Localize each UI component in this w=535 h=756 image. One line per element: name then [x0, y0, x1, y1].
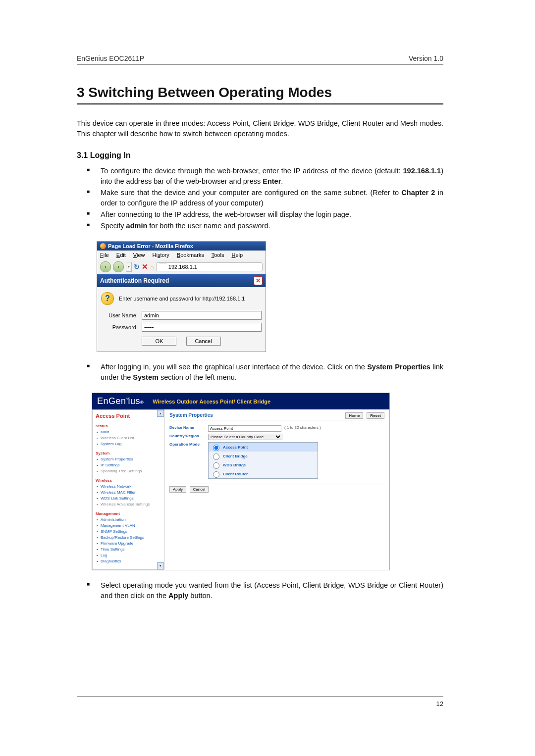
username-label: User Name: [101, 312, 138, 318]
firefox-toolbar: ‹ › ▾ ↻ ✕ ⌂ 192.168.1.1 [97, 259, 266, 274]
sidebar-item-wds-link-settings[interactable]: WDS Link Settings [96, 496, 161, 502]
auth-message: ? Enter username and password for http:/… [101, 292, 262, 305]
bullet-after-login: After logging in, you will see the graph… [87, 362, 443, 383]
page-header: EnGenius EOC2611P Version 1.0 [77, 54, 443, 65]
username-input[interactable] [142, 311, 262, 320]
sidebar-item-spanning-tree[interactable]: Spanning Tree Settings [96, 468, 161, 474]
reload-icon[interactable]: ↻ [134, 263, 140, 271]
sidebar-item-snmp-settings[interactable]: SNMP Settings [96, 529, 161, 535]
sidebar-section-system: System [96, 451, 161, 455]
country-select[interactable]: Please Select a Country Code [208, 434, 282, 440]
reset-button[interactable]: Reset [367, 412, 384, 419]
bullet-config: To configure the device through the web-… [87, 166, 443, 187]
page-number: 12 [436, 700, 443, 707]
opmode-wds-bridge[interactable]: WDS Bridge [209, 460, 318, 469]
sidebar-section-management: Management [96, 511, 161, 516]
nav-dropdown[interactable]: ▾ [126, 262, 132, 272]
password-input[interactable] [142, 323, 262, 332]
sidebar-item-diagnostics[interactable]: Diagnostics [96, 558, 161, 564]
opmode-radio-cr[interactable] [213, 471, 219, 478]
sidebar-item-wireless-client-list[interactable]: Wireless Client List [96, 435, 161, 441]
sidebar-item-wireless-mac-filter[interactable]: Wireless MAC Filter [96, 490, 161, 496]
menu-history[interactable]: History [153, 252, 169, 258]
header-left: EnGenius EOC2611P [77, 54, 144, 62]
firefox-icon [100, 243, 106, 249]
opmode-options: Access Point Client Bridge WDS Bridge Cl… [208, 442, 318, 479]
device-name-label: Device Name [169, 425, 208, 430]
menu-view[interactable]: View [133, 252, 145, 258]
sidebar-item-wireless-network[interactable]: Wireless Network [96, 484, 161, 490]
cancel-button-eg[interactable]: Cancel [190, 486, 209, 493]
admin-ui: EnGen༄ius® Wireless Outdoor Access Point… [92, 393, 390, 570]
sidebar-item-ip-settings[interactable]: IP Settings [96, 462, 161, 468]
password-field: Password: [101, 323, 262, 332]
admin-sidebar: ▴ Access Point Status Main Wireless Clie… [92, 409, 164, 570]
close-icon[interactable]: ✕ [254, 276, 263, 285]
sidebar-section-status: Status [96, 424, 161, 428]
opmode-label: Operation Mode [169, 442, 208, 447]
admin-logo: EnGen༄ius® [97, 396, 144, 406]
menu-bookmarks[interactable]: Bookmarks [177, 252, 204, 258]
bullet-select-mode: Select operating mode you wanted from th… [87, 580, 443, 601]
favicon-icon [160, 263, 166, 270]
sidebar-item-log[interactable]: Log [96, 553, 161, 558]
sidebar-mode: Access Point [96, 413, 161, 419]
stop-icon[interactable]: ✕ [142, 262, 148, 271]
firefox-window: Page Load Error - Mozilla Firefox File E… [97, 241, 266, 352]
sidebar-item-wireless-advanced[interactable]: Wireless Advanced Settings [96, 502, 161, 507]
menu-tools[interactable]: Tools [212, 252, 224, 258]
panel-title: System Properties [169, 412, 213, 418]
address-bar[interactable]: 192.168.1.1 [156, 262, 263, 271]
sidebar-item-management-vlan[interactable]: Management VLAN [96, 523, 161, 529]
sidebar-item-backup-restore[interactable]: Backup/Restore Settings [96, 535, 161, 541]
sidebar-item-main[interactable]: Main [96, 429, 161, 435]
menu-edit[interactable]: Edit [116, 252, 126, 258]
intro-paragraph: This device can operate in three modes: … [77, 118, 443, 139]
sidebar-item-administration[interactable]: Administration [96, 517, 161, 523]
opmode-radio-wds[interactable] [213, 462, 219, 469]
firefox-menubar[interactable]: File Edit View History Bookmarks Tools H… [97, 251, 266, 259]
question-icon: ? [101, 292, 114, 305]
device-name-hint: ( 1 to 32 characters ) [284, 425, 321, 430]
bullet-subnet: Make sure that the device and your compu… [87, 188, 443, 208]
admin-header: EnGen༄ius® Wireless Outdoor Access Point… [92, 393, 389, 409]
auth-dialog-title: Authentication Required ✕ [97, 274, 266, 287]
device-name-input[interactable] [208, 425, 281, 432]
back-button[interactable]: ‹ [100, 261, 111, 272]
bullet-admin: Specify admin for both the user name and… [87, 221, 443, 231]
cancel-button[interactable]: Cancel [186, 337, 221, 346]
username-field: User Name: [101, 311, 262, 320]
firefox-titlebar: Page Load Error - Mozilla Firefox [97, 242, 266, 251]
header-right: Version 1.0 [409, 54, 443, 62]
bullet-loginpage: After connecting to the IP address, the … [87, 209, 443, 220]
opmode-access-point[interactable]: Access Point [209, 443, 318, 452]
firefox-window-title: Page Load Error - Mozilla Firefox [108, 243, 193, 249]
opmode-client-bridge[interactable]: Client Bridge [209, 452, 318, 460]
apply-button[interactable]: Apply [169, 486, 186, 493]
section-3-1: 3.1 Logging In [77, 151, 443, 160]
forward-button[interactable]: › [113, 261, 124, 272]
home-icon[interactable]: ⌂ [150, 263, 154, 271]
address-text: 192.168.1.1 [168, 264, 197, 270]
password-label: Password: [101, 324, 138, 330]
opmode-client-router[interactable]: Client Router [209, 469, 318, 478]
opmode-radio-cb[interactable] [213, 454, 219, 460]
chapter-title: 3 Switching Between Operating Modes [77, 85, 443, 104]
ok-button[interactable]: OK [142, 337, 176, 346]
menu-file[interactable]: File [100, 252, 109, 258]
menu-help[interactable]: Help [232, 252, 243, 258]
admin-main: System Properties Home Reset Device Name… [164, 409, 389, 570]
sidebar-item-time-settings[interactable]: Time Settings [96, 547, 161, 553]
admin-title: Wireless Outdoor Access Point/ Client Br… [153, 399, 270, 404]
auth-message-text: Enter username and password for http://1… [119, 296, 245, 302]
opmode-radio-ap[interactable] [213, 445, 219, 451]
scroll-up-icon[interactable]: ▴ [157, 410, 164, 417]
sidebar-item-firmware-upgrade[interactable]: Firmware Upgrade [96, 541, 161, 547]
sidebar-item-system-log[interactable]: System Log [96, 441, 161, 447]
scroll-down-icon[interactable]: ▾ [157, 562, 164, 569]
sidebar-item-system-properties[interactable]: System Properties [96, 456, 161, 462]
home-button[interactable]: Home [345, 412, 363, 419]
country-label: Country/Region [169, 434, 208, 438]
sidebar-section-wireless: Wireless [96, 478, 161, 483]
footer-rule [77, 696, 443, 697]
